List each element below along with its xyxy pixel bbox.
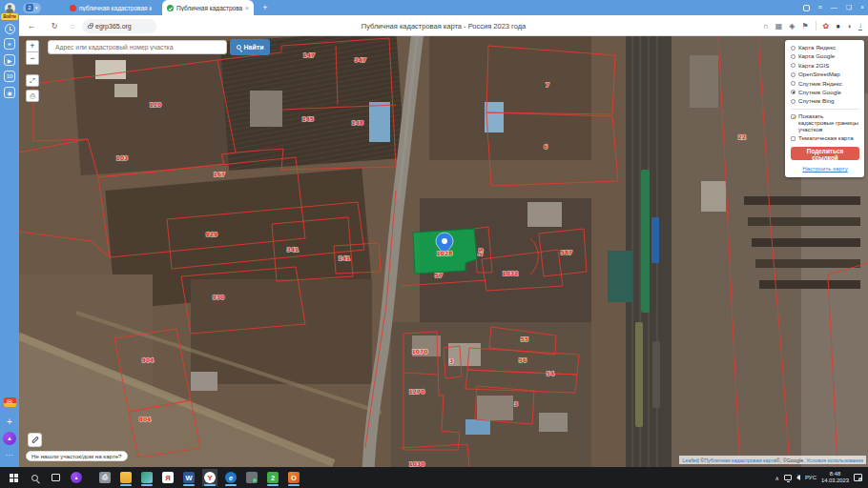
zoom-in-button[interactable]: +: [26, 40, 39, 52]
collections-icon[interactable]: ▦: [775, 22, 783, 30]
yandex-browser-app[interactable]: Y: [202, 469, 217, 486]
parcel-label: 103: [116, 154, 129, 161]
tab-inactive[interactable]: публичная кадастровая к: [65, 0, 156, 15]
start-button[interactable]: [6, 469, 21, 486]
checkbox-icon[interactable]: [791, 114, 796, 119]
google-credit: Google: [787, 458, 803, 463]
radio-icon[interactable]: [791, 54, 796, 59]
protect-shield-icon[interactable]: ◖: [847, 22, 852, 30]
fullscreen-button[interactable]: ⤢: [26, 74, 39, 87]
bookmark-flag-icon[interactable]: ⚑: [801, 22, 808, 30]
language-indicator[interactable]: РУС: [805, 475, 816, 480]
tab-active[interactable]: Публичная кадастрова ×: [162, 0, 254, 15]
screenshot-icon[interactable]: ◉: [0, 87, 19, 98]
radio-icon[interactable]: [791, 63, 796, 68]
parcel-label: 587: [561, 249, 573, 255]
zoom-out-button[interactable]: −: [26, 52, 39, 65]
chevron-down-icon: ▾: [35, 5, 38, 10]
tab-list-icon[interactable]: [803, 5, 810, 11]
search-input[interactable]: [53, 43, 221, 51]
volume-icon[interactable]: [796, 475, 800, 480]
menu-icon[interactable]: ≡: [818, 0, 822, 15]
taskbar-clock[interactable]: 8:4814.03.2023: [821, 471, 849, 484]
password-icon[interactable]: ◈: [789, 22, 795, 30]
task-view-button[interactable]: [48, 469, 63, 486]
services-icon[interactable]: e: [0, 38, 19, 50]
print-button[interactable]: ⎙: [26, 90, 39, 102]
parcel-label: 55: [521, 336, 528, 342]
basemap-option[interactable]: Спутник Яндекс: [791, 81, 859, 88]
add-panel-icon[interactable]: +: [0, 416, 19, 427]
basemap-option[interactable]: Спутник Bing: [791, 98, 859, 105]
share-link-button[interactable]: Поделиться ссылкой: [791, 147, 859, 160]
address-bar[interactable]: egrp365.org: [82, 19, 156, 33]
device-app[interactable]: [244, 469, 259, 486]
configure-map-link[interactable]: Настроить карту: [791, 165, 859, 172]
headphones-icon[interactable]: ∩: [763, 22, 769, 30]
radio-icon[interactable]: [791, 46, 796, 51]
word-app[interactable]: W: [181, 469, 196, 486]
olive-train: [635, 322, 643, 427]
network-icon[interactable]: [784, 475, 792, 480]
close-icon[interactable]: ×: [860, 0, 864, 15]
basemap-option[interactable]: OpenStreetMap: [791, 71, 859, 78]
2gis-app[interactable]: 2: [265, 469, 280, 486]
edge-app[interactable]: e: [223, 469, 238, 486]
file-explorer[interactable]: [118, 469, 134, 486]
new-tab-button[interactable]: +: [260, 3, 270, 12]
help-tooltip[interactable]: Не нашли участок/дом на карте?: [26, 451, 128, 461]
printer-app[interactable]: ⎙: [97, 469, 113, 486]
restore-icon[interactable]: ❏: [846, 0, 852, 15]
alice-icon[interactable]: ▲: [0, 431, 19, 446]
basemap-option[interactable]: Спутник Google: [791, 90, 859, 96]
yandex-app[interactable]: Я: [160, 469, 176, 486]
tab-strip: 2 ▾ публичная кадастровая к Публичная ка…: [19, 0, 868, 15]
tab-group-pill[interactable]: 2 ▾: [23, 3, 41, 13]
mail-icon[interactable]: ✉: [0, 396, 19, 409]
top-sites-icon[interactable]: 10: [0, 71, 19, 82]
extension-flower-icon[interactable]: ✿: [823, 22, 830, 30]
cadastral-map[interactable]: 1473472452481201671039293412419309048047…: [19, 36, 868, 467]
radio-icon[interactable]: [791, 99, 796, 104]
tray-expand-icon[interactable]: ∧: [775, 475, 779, 481]
leaflet-link[interactable]: Leaflet: [682, 458, 697, 463]
basemap-option[interactable]: Карта Яндекс: [791, 45, 859, 51]
tab-close-icon[interactable]: ×: [245, 5, 249, 11]
parcel-label: 245: [302, 115, 315, 122]
radio-icon[interactable]: [791, 90, 796, 94]
terms-link[interactable]: , Условия использования: [803, 458, 863, 463]
back-button[interactable]: ←: [25, 15, 38, 36]
office-icon: O: [288, 472, 300, 483]
overlay-option[interactable]: Показать кадастровые границы участков: [791, 113, 859, 132]
map-search-box[interactable]: [48, 40, 227, 54]
alice-icon: ▲: [71, 472, 82, 483]
pencil-icon: [31, 437, 39, 444]
measure-button[interactable]: [28, 433, 42, 447]
login-badge[interactable]: Войти: [0, 12, 19, 20]
basemap-option[interactable]: Карта 2GIS: [791, 63, 859, 70]
more-icon[interactable]: ⋯: [0, 450, 19, 459]
checkbox-icon[interactable]: [791, 136, 796, 141]
search-icon: [31, 475, 38, 481]
extension-dark-icon[interactable]: ●: [836, 22, 840, 30]
reload-button[interactable]: ↻: [48, 15, 61, 36]
office-app[interactable]: O: [286, 469, 301, 486]
radio-icon[interactable]: [791, 81, 796, 86]
pkk-link[interactable]: Публичная кадастровая карта: [704, 458, 776, 463]
minimize-icon[interactable]: —: [831, 0, 837, 15]
taskbar-search[interactable]: [27, 469, 42, 486]
site-info-icon[interactable]: ◌: [67, 15, 78, 36]
history-icon[interactable]: [0, 23, 19, 34]
basemap-option[interactable]: Карта Google: [791, 53, 859, 60]
video-icon[interactable]: ▶: [0, 54, 19, 66]
satellite-map-canvas[interactable]: 1473472452481201671039293412419309048047…: [19, 36, 868, 467]
notification-icon[interactable]: [854, 474, 862, 481]
parcel-label: 3: [514, 400, 518, 407]
overlay-option[interactable]: Тематическая карта: [791, 135, 859, 142]
radio-icon[interactable]: [791, 72, 796, 77]
downloads-icon[interactable]: ↓: [858, 22, 862, 30]
photos-app[interactable]: [139, 469, 155, 486]
basemap-options: Карта ЯндексКарта GoogleКарта 2GISOpenSt…: [791, 45, 859, 105]
find-button[interactable]: Найти: [230, 39, 270, 55]
alice-button[interactable]: ▲: [69, 469, 84, 486]
